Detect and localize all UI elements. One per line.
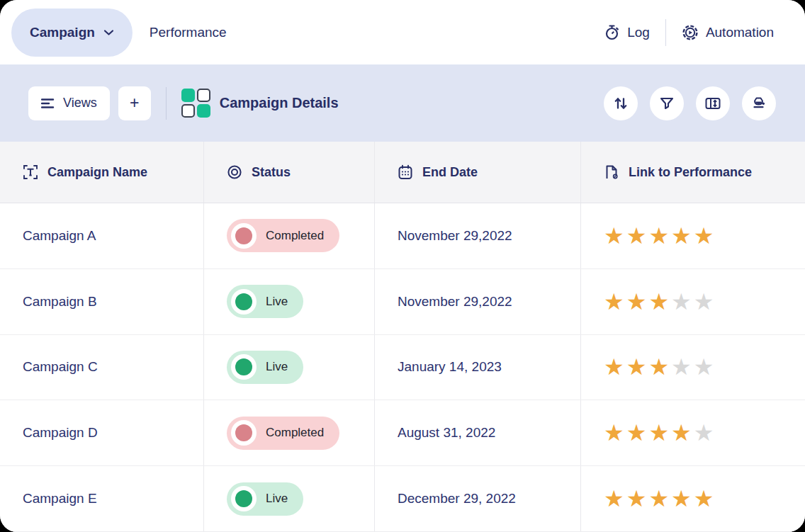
- column-header-end-date[interactable]: End Date: [374, 142, 580, 203]
- column-header-link-to-performance[interactable]: Link to Performance: [580, 142, 805, 203]
- table-row[interactable]: Campaign CLiveJanuary 14, 2023★★★★★: [0, 335, 805, 401]
- star-rating[interactable]: ★★★★★: [604, 225, 714, 247]
- star-icon[interactable]: ★: [648, 225, 669, 247]
- star-icon[interactable]: ★: [694, 290, 714, 313]
- topbar-actions: Log Automation: [604, 19, 774, 46]
- status-cell[interactable]: Completed: [203, 400, 374, 465]
- star-icon[interactable]: ★: [694, 225, 714, 247]
- star-rating[interactable]: ★★★★★: [604, 356, 714, 378]
- table-selector[interactable]: Campaign: [11, 9, 133, 57]
- star-icon[interactable]: ★: [604, 487, 624, 510]
- table-row[interactable]: Campaign DCompletedAugust 31, 2022★★★★★: [0, 400, 805, 466]
- views-list-icon: [41, 98, 55, 109]
- star-icon[interactable]: ★: [648, 356, 669, 378]
- filter-icon: [658, 95, 675, 112]
- star-icon[interactable]: ★: [694, 356, 714, 378]
- status-dot: [235, 293, 252, 310]
- rating-cell[interactable]: ★★★★★: [580, 203, 805, 268]
- table-row[interactable]: Campaign BLiveNovember 29,2022★★★★★: [0, 269, 805, 335]
- automation-button[interactable]: Automation: [682, 24, 774, 41]
- table-row[interactable]: Campaign ELiveDecember 29, 2022★★★★★: [0, 466, 805, 532]
- column-label: End Date: [422, 165, 478, 180]
- status-badge: Live: [227, 482, 303, 516]
- end-date-cell[interactable]: August 31, 2022: [374, 400, 580, 465]
- status-dot-ring: [231, 223, 257, 249]
- star-icon[interactable]: ★: [648, 290, 669, 313]
- star-icon[interactable]: ★: [626, 356, 647, 378]
- status-dot-ring: [231, 354, 257, 380]
- log-button[interactable]: Log: [604, 24, 650, 40]
- star-icon[interactable]: ★: [626, 290, 647, 313]
- star-rating[interactable]: ★★★★★: [604, 487, 714, 510]
- filter-button[interactable]: [650, 86, 684, 120]
- campaign-name-cell[interactable]: Campaign A: [0, 203, 203, 268]
- view-toolbar: Views + Campaign Details: [0, 64, 805, 142]
- end-date: November 29,2022: [398, 294, 512, 310]
- fill-color-button[interactable]: [742, 86, 776, 120]
- rating-cell[interactable]: ★★★★★: [580, 400, 805, 465]
- star-rating[interactable]: ★★★★★: [604, 290, 714, 313]
- status-cell[interactable]: Completed: [203, 203, 374, 268]
- campaign-name-cell[interactable]: Campaign D: [0, 400, 203, 465]
- star-icon[interactable]: ★: [671, 290, 692, 313]
- end-date-cell[interactable]: November 29,2022: [374, 203, 580, 268]
- views-button[interactable]: Views: [28, 86, 110, 120]
- add-view-button[interactable]: +: [118, 86, 151, 120]
- toolbar-divider: [166, 87, 167, 120]
- status-cell[interactable]: Live: [203, 269, 374, 334]
- tab-performance[interactable]: Performance: [150, 25, 227, 40]
- campaign-name: Campaign D: [23, 425, 98, 441]
- star-icon[interactable]: ★: [626, 421, 647, 444]
- log-label: Log: [627, 25, 650, 40]
- campaign-name-cell[interactable]: Campaign E: [0, 466, 203, 531]
- views-label: Views: [63, 96, 97, 111]
- star-icon[interactable]: ★: [671, 421, 692, 444]
- status-dot: [235, 358, 252, 375]
- star-icon[interactable]: ★: [648, 487, 669, 510]
- campaign-name-cell[interactable]: Campaign C: [0, 335, 203, 400]
- star-rating[interactable]: ★★★★★: [604, 421, 714, 444]
- column-label: Status: [252, 165, 291, 180]
- star-icon[interactable]: ★: [694, 421, 714, 444]
- automation-label: Automation: [706, 25, 774, 40]
- star-icon[interactable]: ★: [671, 225, 692, 247]
- star-icon[interactable]: ★: [671, 487, 692, 510]
- star-icon[interactable]: ★: [626, 487, 647, 510]
- status-badge: Live: [227, 351, 303, 384]
- sort-button[interactable]: [604, 86, 638, 120]
- star-icon[interactable]: ★: [604, 225, 624, 247]
- column-header-status[interactable]: Status: [203, 142, 374, 203]
- table-selector-label: Campaign: [30, 25, 95, 40]
- rating-cell[interactable]: ★★★★★: [580, 466, 805, 531]
- table-row[interactable]: Campaign ACompletedNovember 29,2022★★★★★: [0, 203, 805, 269]
- star-icon[interactable]: ★: [671, 356, 692, 378]
- star-icon[interactable]: ★: [626, 225, 647, 247]
- rating-cell[interactable]: ★★★★★: [580, 269, 805, 334]
- end-date-cell[interactable]: November 29,2022: [374, 269, 580, 334]
- status-label: Live: [266, 360, 288, 374]
- star-icon[interactable]: ★: [604, 290, 624, 313]
- status-target-icon: [227, 164, 242, 180]
- table-header: Campaign Name Status End Date: [0, 142, 805, 203]
- automation-gear-icon: [682, 24, 699, 41]
- table-body: Campaign ACompletedNovember 29,2022★★★★★…: [0, 203, 805, 532]
- rating-cell[interactable]: ★★★★★: [580, 335, 805, 400]
- campaign-name: Campaign B: [23, 294, 97, 310]
- status-cell[interactable]: Live: [203, 335, 374, 400]
- star-icon[interactable]: ★: [648, 421, 669, 444]
- end-date-cell[interactable]: December 29, 2022: [374, 466, 580, 531]
- star-icon[interactable]: ★: [604, 356, 624, 378]
- column-header-campaign-name[interactable]: Campaign Name: [0, 142, 203, 203]
- star-icon[interactable]: ★: [604, 421, 624, 444]
- star-icon[interactable]: ★: [694, 487, 714, 510]
- topbar-divider: [665, 19, 666, 46]
- chevron-down-icon: [103, 29, 114, 36]
- status-cell[interactable]: Live: [203, 466, 374, 531]
- view-title: Campaign Details: [220, 95, 339, 111]
- column-label: Campaign Name: [47, 165, 147, 180]
- row-height-button[interactable]: [696, 86, 730, 120]
- status-dot-ring: [231, 289, 257, 315]
- end-date-cell[interactable]: January 14, 2023: [374, 335, 580, 400]
- status-dot: [235, 424, 252, 441]
- campaign-name-cell[interactable]: Campaign B: [0, 269, 203, 334]
